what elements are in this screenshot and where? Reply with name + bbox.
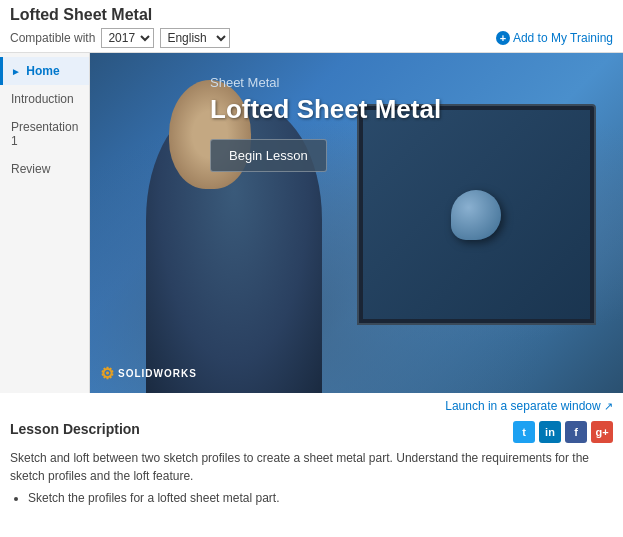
page-header: Lofted Sheet Metal Compatible with 2017 … (0, 0, 623, 53)
lang-select[interactable]: English French German (160, 28, 230, 48)
hero-subtitle: Sheet Metal (210, 75, 441, 90)
main-layout: ► Home Introduction Presentation 1 Revie… (0, 53, 623, 393)
add-training-label: Add to My Training (513, 31, 613, 45)
add-training-link[interactable]: + Add to My Training (496, 31, 613, 45)
gplus-share-button[interactable]: g+ (591, 421, 613, 443)
external-link-icon: ↗ (604, 400, 613, 412)
social-icons-group: t in f g+ (513, 421, 613, 443)
list-item: Sketch the profiles for a lofted sheet m… (28, 491, 613, 505)
sidebar-item-home[interactable]: ► Home (0, 57, 89, 85)
hero-text-block: Sheet Metal Lofted Sheet Metal Begin Les… (210, 75, 441, 172)
sidebar-arrow-icon: ► (11, 66, 21, 77)
launch-link-row: Launch in a separate window ↗ (10, 399, 613, 413)
linkedin-share-button[interactable]: in (539, 421, 561, 443)
sidebar-item-presentation1-label: Presentation 1 (11, 120, 78, 148)
solidworks-logo-icon: ⚙ (100, 364, 114, 383)
compatible-label: Compatible with (10, 31, 95, 45)
facebook-share-button[interactable]: f (565, 421, 587, 443)
sidebar: ► Home Introduction Presentation 1 Revie… (0, 53, 90, 393)
launch-label: Launch in a separate window (445, 399, 600, 413)
sidebar-item-presentation1[interactable]: Presentation 1 (0, 113, 89, 155)
sidebar-item-introduction-label: Introduction (11, 92, 74, 106)
content-area: Sheet Metal Lofted Sheet Metal Begin Les… (90, 53, 623, 393)
header-controls: Compatible with 2017 2016 2015 English F… (10, 28, 613, 48)
hero-title: Lofted Sheet Metal (210, 94, 441, 125)
lesson-description-header: Lesson Description t in f g+ (10, 421, 613, 443)
compat-row: Compatible with 2017 2016 2015 English F… (10, 28, 230, 48)
twitter-share-button[interactable]: t (513, 421, 535, 443)
solidworks-logo: ⚙ SOLIDWORKS (100, 364, 197, 383)
lesson-description-list: Sketch the profiles for a lofted sheet m… (10, 491, 613, 505)
hero-container: Sheet Metal Lofted Sheet Metal Begin Les… (90, 53, 623, 393)
sidebar-item-review[interactable]: Review (0, 155, 89, 183)
year-select[interactable]: 2017 2016 2015 (101, 28, 154, 48)
sidebar-item-home-label: Home (26, 64, 59, 78)
launch-separate-window-link[interactable]: Launch in a separate window ↗ (445, 399, 613, 413)
solidworks-logo-text: SOLIDWORKS (118, 368, 197, 379)
lesson-description-title: Lesson Description (10, 421, 140, 437)
begin-lesson-button[interactable]: Begin Lesson (210, 139, 327, 172)
below-hero-section: Launch in a separate window ↗ Lesson Des… (0, 393, 623, 513)
sidebar-item-review-label: Review (11, 162, 50, 176)
sidebar-item-introduction[interactable]: Introduction (0, 85, 89, 113)
page-title: Lofted Sheet Metal (10, 6, 613, 24)
add-training-icon: + (496, 31, 510, 45)
lesson-description-text: Sketch and loft between two sketch profi… (10, 449, 613, 485)
hero-monitor-3d-object (451, 190, 501, 240)
